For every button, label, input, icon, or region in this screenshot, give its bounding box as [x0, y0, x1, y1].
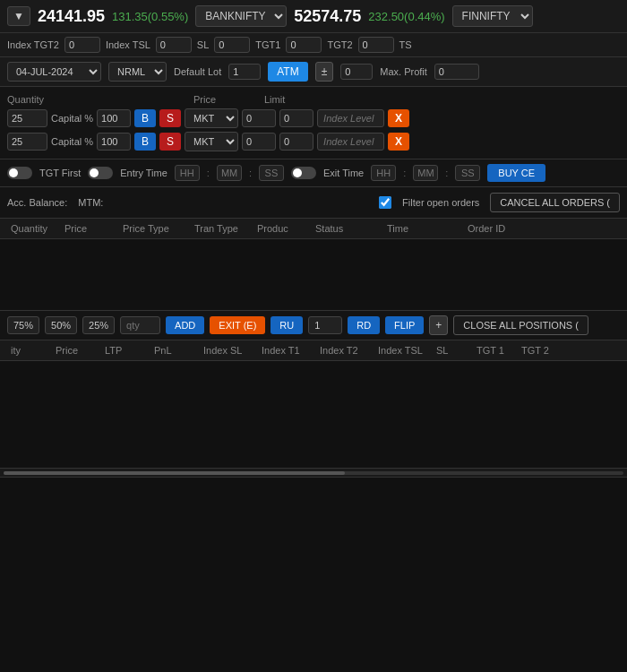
rd-btn[interactable]: RD [348, 316, 380, 334]
order-row-2: Capital % B S MKT X [7, 132, 620, 151]
tgt2b-label: TGT2 [327, 39, 352, 50]
pth-price: Price [52, 345, 101, 356]
orders-table-body [0, 239, 627, 311]
entry-sep1: : [207, 168, 210, 178]
exit-hh[interactable] [371, 165, 396, 181]
instrument1-select[interactable]: BANKNIFTY [195, 5, 287, 27]
order1-price-input[interactable] [242, 109, 276, 127]
entry-mm[interactable] [217, 165, 242, 181]
order2-sell-btn[interactable]: S [159, 133, 181, 151]
sl-input[interactable] [214, 37, 250, 53]
dropdown1-arrow: ▼ [13, 10, 24, 22]
order2-buy-btn[interactable]: B [134, 133, 156, 151]
order1-qty[interactable] [7, 109, 47, 127]
entry-hh[interactable] [175, 165, 200, 181]
pth-idxsl: Index SL [200, 345, 258, 356]
exit-sep2: : [445, 168, 448, 178]
pct75-btn[interactable]: 75% [7, 316, 39, 334]
positions-table-body [0, 361, 627, 469]
entry-time-toggle[interactable] [88, 167, 113, 179]
order1-idxlevel-input[interactable] [317, 109, 384, 127]
order2-idxlevel-input[interactable] [317, 133, 384, 151]
plusminus-button[interactable]: ± [315, 62, 334, 82]
lot-input[interactable] [228, 64, 261, 80]
order2-x-btn[interactable]: X [388, 133, 409, 151]
rd-num-input[interactable] [308, 316, 342, 334]
pos-plus-btn[interactable]: + [429, 315, 448, 335]
exit-time-label: Exit Time [323, 168, 364, 178]
order1-mkt-select[interactable]: MKT [185, 108, 238, 128]
pth-qty: ity [7, 345, 52, 356]
tgt2-label: Index TGT2 [7, 39, 59, 50]
entry-sep2: : [249, 168, 252, 178]
exit-sep1: : [403, 168, 406, 178]
maxprofit-label: Max. Profit [380, 66, 427, 77]
entry-time-label: Entry Time [120, 168, 167, 178]
top-bar: ▼ 24141.95 131.35(0.55%) BANKNIFTY 52574… [0, 0, 627, 33]
pth-tgt1: TGT 1 [473, 345, 518, 356]
pos-qty-input[interactable] [120, 316, 160, 334]
order2-price-input[interactable] [242, 133, 276, 151]
price2: 52574.75 [294, 7, 361, 26]
th-orderid: Order ID [464, 223, 620, 234]
tgt1-input[interactable] [286, 37, 322, 53]
dropdown1-btn[interactable]: ▼ [7, 6, 30, 26]
pth-sl: SL [433, 345, 473, 356]
order2-qty[interactable] [7, 133, 47, 151]
scroll-track[interactable] [4, 471, 623, 475]
filter-orders-checkbox[interactable] [379, 196, 391, 209]
instrument2-select[interactable]: FINNIFTY [452, 5, 533, 27]
pm-input[interactable] [340, 64, 373, 80]
buy-ce-btn[interactable]: BUY CE [487, 164, 545, 182]
date-select[interactable]: 04-JUL-2024 [7, 62, 101, 82]
lot-label: Default Lot [174, 66, 221, 77]
filter-orders-label: Filter open orders [402, 197, 479, 208]
cancel-all-btn[interactable]: CANCEL ALL ORDERS ( [490, 193, 620, 212]
timing-row: TGT First Entry Time : : Exit Time : : B… [0, 159, 627, 187]
order2-mkt-select[interactable]: MKT [185, 132, 238, 151]
pct25-btn[interactable]: 25% [82, 316, 115, 334]
th-time: Time [383, 223, 464, 234]
tgt2b-input[interactable] [358, 37, 394, 53]
price1: 24141.95 [38, 7, 105, 26]
order1-limit-input[interactable] [279, 109, 314, 127]
atm-button[interactable]: ATM [268, 62, 307, 82]
pth-tgt2: TGT 2 [518, 345, 620, 356]
order2-limit-input[interactable] [279, 133, 314, 151]
positions-controls: 75% 50% 25% ADD EXIT (E) RU RD FLIP + CL… [0, 311, 627, 340]
pth-pnl: PnL [150, 345, 200, 356]
th-trantype: Tran Type [191, 223, 253, 234]
scroll-bar-row[interactable] [0, 469, 627, 478]
exit-time-toggle[interactable] [291, 167, 316, 179]
pct50-btn[interactable]: 50% [45, 316, 77, 334]
close-all-btn[interactable]: CLOSE ALL POSITIONS ( [453, 315, 588, 335]
order1-cap-input[interactable] [97, 109, 131, 127]
exit-ss[interactable] [455, 165, 480, 181]
tgt-first-label: TGT First [39, 168, 81, 178]
sl-label: SL [197, 39, 209, 50]
acc-balance-label: Acc. Balance: [7, 197, 67, 208]
ts-label: TS [399, 39, 412, 50]
add-btn[interactable]: ADD [166, 316, 204, 334]
ru-btn[interactable]: RU [271, 316, 303, 334]
tgt2-input[interactable] [64, 37, 100, 53]
order1-x-btn[interactable]: X [388, 109, 409, 127]
order1-sell-btn[interactable]: S [159, 109, 181, 127]
tsl-input[interactable] [156, 37, 192, 53]
order1-cap-label: Capital % [51, 113, 93, 124]
scroll-thumb [4, 471, 345, 475]
entry-ss[interactable] [259, 165, 284, 181]
maxprofit-input[interactable] [434, 64, 479, 80]
order2-cap-input[interactable] [97, 133, 131, 151]
type-select[interactable]: NRML [108, 62, 167, 82]
flip-btn[interactable]: FLIP [385, 316, 424, 334]
order1-buy-btn[interactable]: B [134, 109, 156, 127]
orders-section: Quantity Price Limit Capital % B S MKT X… [0, 87, 627, 159]
mtm-label: MTM: [78, 197, 103, 208]
tgt-first-toggle[interactable] [7, 167, 32, 179]
hdr-limit: Limit [264, 94, 322, 105]
pth-idxt2: Index T2 [316, 345, 374, 356]
exit-mm[interactable] [413, 165, 438, 181]
tsl-label: Index TSL [106, 39, 150, 50]
exit-btn[interactable]: EXIT (E) [210, 316, 265, 334]
